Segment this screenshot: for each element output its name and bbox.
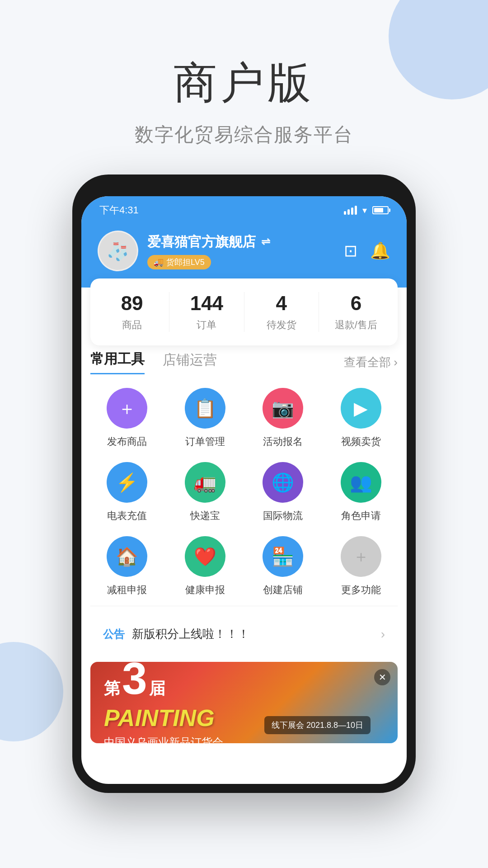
status-time: 下午4:31 <box>99 203 139 217</box>
phone-notch <box>203 184 285 193</box>
tool-create-store-label: 创建店铺 <box>263 583 303 597</box>
status-bar: 下午4:31 ▾ <box>81 196 407 222</box>
announce-tag: 公告 <box>103 627 125 642</box>
tool-publish-product[interactable]: ＋ 发布商品 <box>90 388 164 448</box>
tool-order-label: 订单管理 <box>185 435 225 448</box>
tool-role-label: 角色申请 <box>341 509 381 523</box>
tab-common-tools[interactable]: 常用工具 <box>90 350 145 374</box>
banner-number: 3 <box>122 662 147 701</box>
page-title: 商户版 <box>0 54 488 113</box>
tool-more-functions[interactable]: ＋ 更多功能 <box>324 536 398 597</box>
store-info: 🧦 爱喜猫官方旗舰店 ⇌ 🚚 货郎担LV5 <box>98 231 270 271</box>
tool-more-icon: ＋ <box>341 536 381 577</box>
stat-refund[interactable]: 6 退款/售后 <box>319 292 393 332</box>
tool-video-label: 视频卖货 <box>341 435 381 448</box>
tool-more-label: 更多功能 <box>341 583 381 597</box>
signal-icon <box>344 206 357 215</box>
tools-tabs: 常用工具 店铺运营 查看全部 › <box>90 350 398 374</box>
tool-publish-label: 发布商品 <box>107 435 147 448</box>
tool-role-icon: 👥 <box>341 462 381 503</box>
chevron-right-icon: › <box>394 355 398 369</box>
battery-icon <box>372 206 389 214</box>
tool-rent-reduction[interactable]: 🏠 减租申报 <box>90 536 164 597</box>
banner-event-info: 线下展会 2021.8.8—10日 <box>264 716 371 734</box>
tool-electricity-icon: ⚡ <box>107 462 147 503</box>
app-header: 🧦 爱喜猫官方旗舰店 ⇌ 🚚 货郎担LV5 ⊡ 🔔 <box>81 222 407 288</box>
announcement-bar[interactable]: 公告 新版积分上线啦！！！ › <box>90 615 398 653</box>
tool-order-management[interactable]: 📋 订单管理 <box>169 388 242 448</box>
tool-video-icon: ▶ <box>341 388 381 429</box>
tab-store-operations[interactable]: 店铺运营 <box>163 351 217 374</box>
tool-activity-label: 活动报名 <box>263 435 303 448</box>
tool-express-icon: 🚛 <box>185 462 225 503</box>
tool-activity-signup[interactable]: 📷 活动报名 <box>246 388 320 448</box>
store-name[interactable]: 爱喜猫官方旗舰店 ⇌ <box>147 233 270 251</box>
status-icons: ▾ <box>344 205 389 216</box>
stat-orders-number: 144 <box>169 292 244 315</box>
store-badge: 🚚 货郎担LV5 <box>147 255 211 269</box>
stats-card: 89 商品 144 订单 4 待发货 6 退款/售后 <box>90 278 398 345</box>
section-divider <box>90 606 398 606</box>
tool-order-icon: 📋 <box>185 388 225 429</box>
announce-text: 新版积分上线啦！！！ <box>132 626 374 642</box>
page-subtitle: 数字化贸易综合服务平台 <box>0 122 488 147</box>
stat-products[interactable]: 89 商品 <box>95 292 169 332</box>
scan-button[interactable]: ⊡ <box>344 241 357 260</box>
wifi-icon: ▾ <box>362 205 367 216</box>
stat-pending[interactable]: 4 待发货 <box>244 292 319 332</box>
tool-publish-icon: ＋ <box>107 388 147 429</box>
tool-intl-label: 国际物流 <box>263 509 303 523</box>
view-all-button[interactable]: 查看全部 › <box>344 354 398 370</box>
tool-express[interactable]: 🚛 快递宝 <box>169 462 242 523</box>
announce-arrow-icon: › <box>381 627 385 642</box>
tool-health-label: 健康申报 <box>185 583 225 597</box>
banner[interactable]: 第 3 届 PAINTING 中国义乌画业新品订货会 ✕ 线下展会 2021.8… <box>90 662 398 743</box>
phone-wrapper: 下午4:31 ▾ 🧦 <box>0 175 488 793</box>
page-header: 商户版 数字化贸易综合服务平台 <box>0 0 488 175</box>
tool-health-icon: ❤️ <box>185 536 225 577</box>
tool-intl-icon: 🌐 <box>263 462 303 503</box>
store-switch-icon[interactable]: ⇌ <box>261 236 270 248</box>
stat-orders-label: 订单 <box>169 318 244 332</box>
tool-video-sell[interactable]: ▶ 视频卖货 <box>324 388 398 448</box>
banner-title: 中国义乌画业新品订货会 <box>104 735 223 743</box>
tools-section: 常用工具 店铺运营 查看全部 › ＋ 发布商品 📋 订单管理 <box>81 350 407 597</box>
tool-electricity[interactable]: ⚡ 电表充值 <box>90 462 164 523</box>
banner-content: 第 3 届 PAINTING 中国义乌画业新品订货会 <box>104 662 223 743</box>
stat-products-number: 89 <box>95 292 169 315</box>
stat-pending-label: 待发货 <box>244 318 319 332</box>
banner-post: 届 <box>149 678 165 700</box>
tool-rent-icon: 🏠 <box>107 536 147 577</box>
tool-activity-icon: 📷 <box>263 388 303 429</box>
stat-pending-number: 4 <box>244 292 319 315</box>
tool-create-store[interactable]: 🏪 创建店铺 <box>246 536 320 597</box>
tool-health-report[interactable]: ❤️ 健康申报 <box>169 536 242 597</box>
stat-refund-number: 6 <box>319 292 393 315</box>
banner-pre: 第 <box>104 678 120 700</box>
banner-painting-text: PAINTING <box>104 704 223 731</box>
banner-close-button[interactable]: ✕ <box>374 669 390 685</box>
tool-role-apply[interactable]: 👥 角色申请 <box>324 462 398 523</box>
tool-rent-label: 减租申报 <box>107 583 147 597</box>
header-icons: ⊡ 🔔 <box>344 241 390 260</box>
stat-products-label: 商品 <box>95 318 169 332</box>
tool-intl-logistics[interactable]: 🌐 国际物流 <box>246 462 320 523</box>
phone-screen: 下午4:31 ▾ 🧦 <box>81 196 407 784</box>
notification-button[interactable]: 🔔 <box>370 241 390 260</box>
stat-orders[interactable]: 144 订单 <box>169 292 244 332</box>
tools-grid: ＋ 发布商品 📋 订单管理 📷 活动报名 ▶ 视频卖货 <box>90 388 398 597</box>
tool-express-label: 快递宝 <box>190 509 220 523</box>
store-details: 爱喜猫官方旗舰店 ⇌ 🚚 货郎担LV5 <box>147 233 270 269</box>
tool-electricity-label: 电表充值 <box>107 509 147 523</box>
stat-refund-label: 退款/售后 <box>319 318 393 332</box>
phone-frame: 下午4:31 ▾ 🧦 <box>72 175 416 793</box>
tool-create-store-icon: 🏪 <box>263 536 303 577</box>
avatar: 🧦 <box>98 231 138 271</box>
